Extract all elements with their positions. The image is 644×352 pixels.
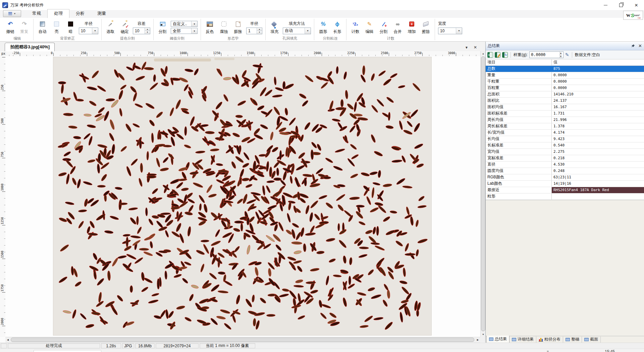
horizontal-scroll-thumb[interactable] — [11, 338, 474, 342]
bright-button[interactable]: 亮 — [50, 20, 63, 35]
result-row[interactable]: 百粒重0.0000 — [486, 85, 644, 91]
result-row[interactable]: 宽标准差0.218 — [486, 155, 644, 162]
refresh-excel-icon[interactable]: ↻ — [502, 52, 508, 58]
tab-close-icon[interactable]: ✕ — [473, 45, 478, 50]
result-row[interactable]: 面积比24.137 — [486, 98, 644, 104]
horizontal-scrollbar[interactable]: ◀ ▶ — [5, 337, 480, 343]
vertical-scrollbar[interactable]: ▲ ▼ — [480, 51, 486, 337]
spinner-arrows[interactable]: ▲▼ — [257, 28, 262, 34]
erase-button[interactable]: 擦除 — [419, 20, 432, 35]
tab-chuli[interactable]: 处理 — [47, 9, 69, 18]
results-tab[interactable]: 总结果 — [486, 336, 509, 343]
tab-list-dropdown-icon[interactable]: ▼ — [464, 45, 469, 50]
status-cell: 16.8Mb — [135, 343, 155, 348]
pin-icon[interactable] — [631, 44, 635, 48]
count-button[interactable]: ¹2₃计数 — [349, 20, 362, 35]
taskbar-sliver: » 15:45 — [0, 349, 644, 352]
bright-square-icon — [54, 21, 59, 27]
app-menu-button[interactable]: ▼ — [3, 10, 21, 17]
weigh-pen-icon[interactable]: ✎ — [565, 52, 569, 57]
tolerance-spinner[interactable]: 10▲▼ — [133, 28, 150, 34]
result-row[interactable]: 长均值9.423 — [486, 136, 644, 142]
panel-close-icon[interactable]: ✕ — [638, 43, 642, 48]
tab-fenxi[interactable]: 分析 — [69, 9, 91, 18]
auto-button[interactable]: 自动 — [36, 20, 49, 35]
result-row[interactable]: Lab颜色14|19|16 — [486, 181, 644, 187]
result-row[interactable]: 面积均值16.167 — [486, 104, 644, 111]
width-combo[interactable]: 10▼ — [438, 28, 462, 34]
threshold-scope-combo[interactable]: 全部▼ — [171, 28, 198, 34]
minimize-button[interactable] — [598, 0, 613, 10]
invert-button[interactable]: 反色 — [203, 20, 216, 35]
circle-split-button[interactable]: %圆形 — [317, 20, 330, 35]
eraser-icon — [423, 21, 428, 27]
fill-button[interactable]: 填充 — [268, 20, 281, 35]
pick-button[interactable]: 选取 — [104, 20, 117, 35]
dark-button[interactable]: 暗 — [64, 20, 77, 35]
results-tab[interactable]: 整穗 — [563, 337, 582, 343]
radius-combo[interactable]: 10▼ — [79, 28, 98, 34]
result-row[interactable]: 周长标准差1.378 — [486, 123, 644, 130]
fill-method-combo[interactable]: 自动▼ — [283, 28, 311, 34]
erode-button[interactable]: 腐蚀 — [217, 20, 230, 35]
scroll-up-icon[interactable]: ▲ — [481, 51, 486, 56]
result-row[interactable]: 长标准差0.540 — [486, 142, 644, 149]
merge-button[interactable]: ∞合并 — [391, 20, 404, 35]
restore-icon — [619, 3, 623, 7]
specimen-image[interactable] — [53, 57, 431, 335]
group-caption: 背景矫正 — [36, 36, 99, 41]
split-button[interactable]: 分割 — [377, 20, 390, 35]
result-row[interactable]: 总数875 — [486, 66, 644, 72]
spinner-arrows[interactable]: ▲▼ — [558, 52, 563, 58]
result-row[interactable]: 最接近RHS2015Fan4 187A Dark Red — [486, 187, 644, 193]
taskbar-search-box[interactable] — [34, 350, 101, 352]
tab-changgui[interactable]: 常规 — [26, 9, 47, 18]
redo-button[interactable]: ↷重复 — [18, 20, 31, 35]
image-canvas[interactable] — [5, 56, 480, 337]
results-tab[interactable]: 截面 — [582, 337, 601, 343]
tray-overflow-chevron[interactable]: » — [547, 349, 549, 352]
chevron-down-icon: ▼ — [191, 28, 197, 34]
result-row[interactable]: 千粒重0.0000 — [486, 79, 644, 85]
tab-celiang[interactable]: 测量 — [91, 9, 112, 18]
results-tab[interactable]: 粒径分布 — [536, 337, 563, 343]
long-split-button[interactable]: ϕ长形 — [331, 20, 344, 35]
list-icon — [8, 12, 12, 15]
export-excel-icon[interactable]: X — [487, 52, 493, 58]
result-row[interactable]: 直径4.530 — [486, 162, 644, 168]
spinner-arrows[interactable]: ▲▼ — [145, 28, 150, 34]
threshold-split-button[interactable]: 分割 — [156, 20, 169, 35]
threshold-mode-combo[interactable]: 自定义..▼ — [171, 21, 198, 27]
sample-weight-spinner[interactable]: 0.0000 ▲▼ — [529, 51, 564, 58]
document-tab[interactable]: 拍照稻谷3.jpg[40%] — [5, 43, 55, 51]
scroll-right-icon[interactable]: ▶ — [475, 337, 480, 342]
close-icon: × — [635, 2, 638, 8]
ribbon-group-edit: ↶撤销 ↷重复 编辑 — [1, 18, 33, 41]
result-row[interactable]: RGB颜色63|23|11 — [486, 174, 644, 181]
edit-button[interactable]: ✎编辑 — [363, 20, 376, 35]
result-row[interactable]: 圆度均值0.248 — [486, 168, 644, 174]
results-tab-strip: 总结果详细结果粒径分布整穗截面 — [486, 336, 644, 343]
chevron-down-icon: ▼ — [456, 28, 462, 34]
ribbon-group-morphology: 反色 腐蚀 膨胀 半径 1▲▼ 形态学 — [201, 18, 265, 41]
result-row[interactable]: 粒形 — [486, 193, 644, 200]
result-row[interactable]: 总面积14146.210 — [486, 91, 644, 98]
close-button[interactable]: × — [629, 0, 644, 10]
result-row[interactable]: 长/宽均值4.174 — [486, 130, 644, 136]
app-logo-icon — [2, 2, 8, 8]
results-tab[interactable]: 详细结果 — [509, 337, 536, 343]
add-button[interactable]: 增加 — [405, 20, 418, 35]
restore-button[interactable] — [613, 0, 629, 10]
undo-button[interactable]: ↶撤销 — [4, 20, 17, 35]
result-row[interactable]: 周长均值21.996 — [486, 117, 644, 123]
scroll-left-icon[interactable]: ◀ — [5, 337, 10, 342]
edit-excel-icon[interactable] — [495, 52, 500, 58]
result-row[interactable]: 面积标准差1.731 — [486, 111, 644, 117]
result-row[interactable]: 重量0.0000 — [486, 72, 644, 79]
dilate-button[interactable]: 膨胀 — [231, 20, 245, 35]
vertical-scroll-thumb[interactable] — [481, 56, 485, 331]
confirm-button[interactable]: ✓确定 — [118, 20, 131, 35]
result-row[interactable]: 宽均值2.275 — [486, 149, 644, 155]
scroll-down-icon[interactable]: ▼ — [481, 332, 486, 337]
morph-radius-spinner[interactable]: 1▲▼ — [246, 28, 262, 34]
